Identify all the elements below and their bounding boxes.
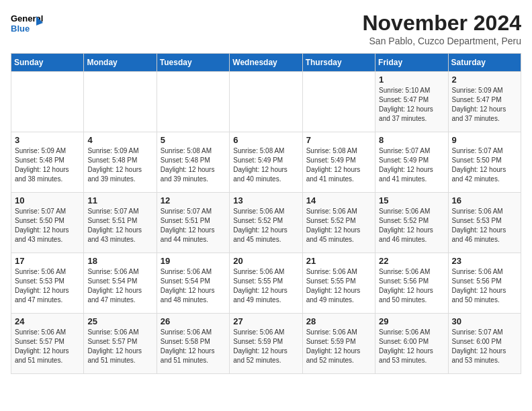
week-row-3: 17Sunrise: 5:06 AM Sunset: 5:53 PM Dayli… (11, 253, 521, 314)
day-number: 20 (233, 256, 298, 266)
cell-detail: Sunrise: 5:07 AM Sunset: 5:51 PM Dayligh… (161, 207, 226, 244)
cell-detail: Sunrise: 5:06 AM Sunset: 5:58 PM Dayligh… (161, 328, 226, 365)
day-number: 4 (87, 135, 152, 145)
cell-detail: Sunrise: 5:06 AM Sunset: 5:57 PM Dayligh… (87, 328, 152, 365)
cell-detail: Sunrise: 5:06 AM Sunset: 5:54 PM Dayligh… (161, 267, 226, 305)
calendar-table: SundayMondayTuesdayWednesdayThursdayFrid… (11, 53, 521, 374)
weekday-header-tuesday: Tuesday (157, 54, 229, 72)
calendar-cell: 14Sunrise: 5:06 AM Sunset: 5:52 PM Dayli… (302, 193, 375, 253)
calendar-cell: 9Sunrise: 5:07 AM Sunset: 5:50 PM Daylig… (448, 132, 521, 193)
day-number: 1 (379, 75, 444, 85)
day-number: 7 (306, 135, 371, 145)
day-number: 27 (233, 316, 298, 326)
cell-detail: Sunrise: 5:06 AM Sunset: 5:53 PM Dayligh… (15, 267, 80, 305)
day-number: 28 (306, 316, 371, 326)
calendar-cell: 8Sunrise: 5:07 AM Sunset: 5:49 PM Daylig… (375, 132, 448, 193)
cell-detail: Sunrise: 5:06 AM Sunset: 5:59 PM Dayligh… (306, 328, 371, 365)
weekday-header-sunday: Sunday (11, 54, 84, 72)
calendar-cell: 20Sunrise: 5:06 AM Sunset: 5:55 PM Dayli… (230, 253, 302, 314)
calendar-cell: 5Sunrise: 5:08 AM Sunset: 5:48 PM Daylig… (157, 132, 229, 193)
calendar-cell: 12Sunrise: 5:07 AM Sunset: 5:51 PM Dayli… (157, 193, 229, 253)
day-number: 3 (15, 135, 80, 145)
day-number: 22 (379, 256, 444, 266)
cell-detail: Sunrise: 5:07 AM Sunset: 6:00 PM Dayligh… (452, 328, 517, 365)
day-number: 29 (379, 316, 444, 326)
cell-detail: Sunrise: 5:07 AM Sunset: 5:51 PM Dayligh… (87, 207, 152, 244)
calendar-cell: 19Sunrise: 5:06 AM Sunset: 5:54 PM Dayli… (157, 253, 229, 314)
calendar-cell: 15Sunrise: 5:06 AM Sunset: 5:52 PM Dayli… (375, 193, 448, 253)
calendar-cell: 16Sunrise: 5:06 AM Sunset: 5:53 PM Dayli… (448, 193, 521, 253)
calendar-cell: 3Sunrise: 5:09 AM Sunset: 5:48 PM Daylig… (11, 132, 84, 193)
day-number: 2 (452, 75, 517, 85)
calendar-cell (302, 72, 375, 132)
cell-detail: Sunrise: 5:06 AM Sunset: 5:59 PM Dayligh… (233, 328, 298, 365)
day-number: 23 (452, 256, 517, 266)
day-number: 6 (233, 135, 298, 145)
cell-detail: Sunrise: 5:06 AM Sunset: 5:55 PM Dayligh… (233, 267, 298, 305)
calendar-cell (230, 72, 302, 132)
cell-detail: Sunrise: 5:06 AM Sunset: 5:54 PM Dayligh… (87, 267, 152, 305)
day-number: 25 (87, 316, 152, 326)
day-number: 5 (161, 135, 226, 145)
weekday-header-thursday: Thursday (302, 54, 375, 72)
day-number: 15 (379, 195, 444, 205)
week-row-2: 10Sunrise: 5:07 AM Sunset: 5:50 PM Dayli… (11, 193, 521, 253)
title-area: November 2024 San Pablo, Cuzco Departmen… (362, 11, 521, 46)
day-number: 17 (15, 256, 80, 266)
cell-detail: Sunrise: 5:08 AM Sunset: 5:48 PM Dayligh… (161, 146, 226, 184)
calendar-cell (11, 72, 84, 132)
day-number: 19 (161, 256, 226, 266)
calendar-cell: 13Sunrise: 5:06 AM Sunset: 5:52 PM Dayli… (230, 193, 302, 253)
cell-detail: Sunrise: 5:08 AM Sunset: 5:49 PM Dayligh… (233, 146, 298, 184)
day-number: 18 (87, 256, 152, 266)
calendar-cell: 26Sunrise: 5:06 AM Sunset: 5:58 PM Dayli… (157, 314, 229, 374)
cell-detail: Sunrise: 5:06 AM Sunset: 5:56 PM Dayligh… (379, 267, 444, 305)
week-row-0: 1Sunrise: 5:10 AM Sunset: 5:47 PM Daylig… (11, 72, 521, 132)
cell-detail: Sunrise: 5:06 AM Sunset: 5:56 PM Dayligh… (452, 267, 517, 305)
day-number: 11 (87, 195, 152, 205)
calendar-cell: 21Sunrise: 5:06 AM Sunset: 5:55 PM Dayli… (302, 253, 375, 314)
day-number: 26 (161, 316, 226, 326)
day-number: 24 (15, 316, 80, 326)
calendar-cell: 30Sunrise: 5:07 AM Sunset: 6:00 PM Dayli… (448, 314, 521, 374)
calendar-cell: 18Sunrise: 5:06 AM Sunset: 5:54 PM Dayli… (84, 253, 157, 314)
cell-detail: Sunrise: 5:06 AM Sunset: 5:52 PM Dayligh… (306, 207, 371, 244)
cell-detail: Sunrise: 5:07 AM Sunset: 5:49 PM Dayligh… (379, 146, 444, 184)
cell-detail: Sunrise: 5:06 AM Sunset: 6:00 PM Dayligh… (379, 328, 444, 365)
calendar-cell: 10Sunrise: 5:07 AM Sunset: 5:50 PM Dayli… (11, 193, 84, 253)
logo: GeneralBlue (11, 11, 44, 36)
cell-detail: Sunrise: 5:07 AM Sunset: 5:50 PM Dayligh… (15, 207, 80, 244)
month-title: November 2024 (362, 11, 521, 36)
weekday-header-wednesday: Wednesday (230, 54, 302, 72)
calendar-cell: 27Sunrise: 5:06 AM Sunset: 5:59 PM Dayli… (230, 314, 302, 374)
day-number: 21 (306, 256, 371, 266)
cell-detail: Sunrise: 5:06 AM Sunset: 5:52 PM Dayligh… (379, 207, 444, 244)
cell-detail: Sunrise: 5:06 AM Sunset: 5:53 PM Dayligh… (452, 207, 517, 244)
cell-detail: Sunrise: 5:06 AM Sunset: 5:55 PM Dayligh… (306, 267, 371, 305)
calendar-cell: 29Sunrise: 5:06 AM Sunset: 6:00 PM Dayli… (375, 314, 448, 374)
calendar-cell: 17Sunrise: 5:06 AM Sunset: 5:53 PM Dayli… (11, 253, 84, 314)
calendar-cell: 1Sunrise: 5:10 AM Sunset: 5:47 PM Daylig… (375, 72, 448, 132)
weekday-header-monday: Monday (84, 54, 157, 72)
day-number: 8 (379, 135, 444, 145)
week-row-1: 3Sunrise: 5:09 AM Sunset: 5:48 PM Daylig… (11, 132, 521, 193)
calendar-cell: 22Sunrise: 5:06 AM Sunset: 5:56 PM Dayli… (375, 253, 448, 314)
cell-detail: Sunrise: 5:08 AM Sunset: 5:49 PM Dayligh… (306, 146, 371, 184)
calendar-cell: 4Sunrise: 5:09 AM Sunset: 5:48 PM Daylig… (84, 132, 157, 193)
calendar-cell: 6Sunrise: 5:08 AM Sunset: 5:49 PM Daylig… (230, 132, 302, 193)
cell-detail: Sunrise: 5:09 AM Sunset: 5:48 PM Dayligh… (87, 146, 152, 184)
cell-detail: Sunrise: 5:06 AM Sunset: 5:52 PM Dayligh… (233, 207, 298, 244)
weekday-header-saturday: Saturday (448, 54, 521, 72)
calendar-cell: 28Sunrise: 5:06 AM Sunset: 5:59 PM Dayli… (302, 314, 375, 374)
day-number: 10 (15, 195, 80, 205)
day-number: 14 (306, 195, 371, 205)
header: GeneralBlue November 2024 San Pablo, Cuz… (11, 11, 521, 46)
location-title: San Pablo, Cuzco Department, Peru (362, 36, 521, 46)
day-number: 30 (452, 316, 517, 326)
cell-detail: Sunrise: 5:06 AM Sunset: 5:57 PM Dayligh… (15, 328, 80, 365)
svg-text:Blue: Blue (11, 24, 30, 34)
logo-svg: GeneralBlue (11, 11, 44, 36)
cell-detail: Sunrise: 5:07 AM Sunset: 5:50 PM Dayligh… (452, 146, 517, 184)
cell-detail: Sunrise: 5:09 AM Sunset: 5:48 PM Dayligh… (15, 146, 80, 184)
calendar-cell (84, 72, 157, 132)
